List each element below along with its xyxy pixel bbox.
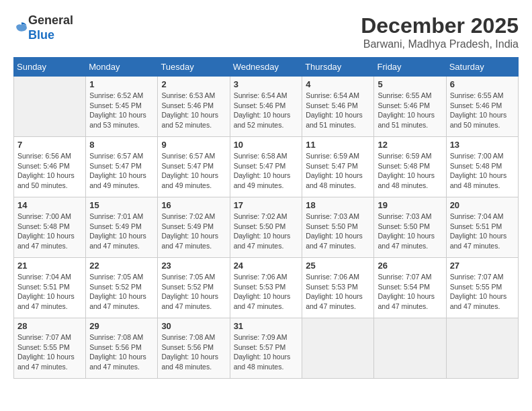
day-number: 14: [17, 200, 82, 210]
calendar-cell: 2Sunrise: 6:53 AMSunset: 5:46 PMDaylight…: [158, 77, 230, 137]
calendar-cell: 30Sunrise: 7:08 AMSunset: 5:56 PMDayligh…: [158, 318, 230, 379]
page-header: General Blue December 2025 Barwani, Madh…: [13, 13, 519, 50]
day-detail: Sunrise: 6:55 AMSunset: 5:46 PMDaylight:…: [450, 91, 515, 130]
day-detail: Sunrise: 7:07 AMSunset: 5:55 PMDaylight:…: [450, 272, 515, 312]
day-number: 23: [161, 261, 226, 271]
day-number: 19: [378, 200, 442, 210]
calendar-week-row: 14Sunrise: 7:00 AMSunset: 5:48 PMDayligh…: [14, 197, 519, 258]
calendar-cell: 10Sunrise: 6:58 AMSunset: 5:47 PMDayligh…: [230, 137, 302, 197]
day-detail: Sunrise: 7:01 AMSunset: 5:49 PMDaylight:…: [89, 212, 154, 251]
calendar-cell: 27Sunrise: 7:07 AMSunset: 5:55 PMDayligh…: [446, 258, 518, 318]
weekday-header: Monday: [86, 58, 158, 77]
day-detail: Sunrise: 7:07 AMSunset: 5:55 PMDaylight:…: [17, 332, 82, 372]
day-detail: Sunrise: 7:07 AMSunset: 5:54 PMDaylight:…: [378, 272, 442, 312]
weekday-header: Tuesday: [158, 58, 230, 77]
day-number: 30: [161, 321, 226, 331]
day-number: 31: [234, 321, 299, 331]
calendar-cell: 22Sunrise: 7:05 AMSunset: 5:52 PMDayligh…: [86, 258, 158, 318]
day-detail: Sunrise: 7:04 AMSunset: 5:51 PMDaylight:…: [450, 212, 515, 251]
day-detail: Sunrise: 6:57 AMSunset: 5:47 PMDaylight:…: [89, 151, 154, 191]
weekday-header: Saturday: [446, 58, 518, 77]
day-number: 25: [306, 261, 370, 271]
calendar-cell: [302, 318, 374, 379]
calendar-cell: 15Sunrise: 7:01 AMSunset: 5:49 PMDayligh…: [86, 197, 158, 258]
day-detail: Sunrise: 6:53 AMSunset: 5:46 PMDaylight:…: [161, 91, 226, 130]
calendar-cell: 23Sunrise: 7:05 AMSunset: 5:52 PMDayligh…: [158, 258, 230, 318]
calendar-cell: 3Sunrise: 6:54 AMSunset: 5:46 PMDaylight…: [230, 77, 302, 137]
day-detail: Sunrise: 6:59 AMSunset: 5:47 PMDaylight:…: [306, 151, 370, 191]
calendar-cell: 4Sunrise: 6:54 AMSunset: 5:46 PMDaylight…: [302, 77, 374, 137]
calendar-cell: 8Sunrise: 6:57 AMSunset: 5:47 PMDaylight…: [86, 137, 158, 197]
logo-text: General Blue: [28, 13, 73, 42]
weekday-header: Friday: [374, 58, 446, 77]
day-number: 5: [378, 79, 442, 89]
calendar-table: SundayMondayTuesdayWednesdayThursdayFrid…: [13, 57, 519, 379]
day-number: 10: [234, 140, 299, 150]
day-detail: Sunrise: 7:08 AMSunset: 5:56 PMDaylight:…: [161, 332, 226, 372]
calendar-week-row: 21Sunrise: 7:04 AMSunset: 5:51 PMDayligh…: [14, 258, 519, 318]
calendar-cell: 19Sunrise: 7:03 AMSunset: 5:50 PMDayligh…: [374, 197, 446, 258]
day-detail: Sunrise: 6:57 AMSunset: 5:47 PMDaylight:…: [161, 151, 226, 191]
calendar-cell: 25Sunrise: 7:06 AMSunset: 5:53 PMDayligh…: [302, 258, 374, 318]
day-detail: Sunrise: 7:00 AMSunset: 5:48 PMDaylight:…: [17, 212, 82, 251]
day-detail: Sunrise: 7:02 AMSunset: 5:49 PMDaylight:…: [161, 212, 226, 251]
calendar-cell: 16Sunrise: 7:02 AMSunset: 5:49 PMDayligh…: [158, 197, 230, 258]
calendar-cell: [374, 318, 446, 379]
calendar-cell: 9Sunrise: 6:57 AMSunset: 5:47 PMDaylight…: [158, 137, 230, 197]
calendar-cell: 13Sunrise: 7:00 AMSunset: 5:48 PMDayligh…: [446, 137, 518, 197]
day-number: 1: [89, 79, 154, 89]
weekday-header: Sunday: [14, 58, 86, 77]
day-detail: Sunrise: 6:59 AMSunset: 5:48 PMDaylight:…: [378, 151, 442, 191]
day-number: 4: [306, 79, 370, 89]
day-detail: Sunrise: 7:04 AMSunset: 5:51 PMDaylight:…: [17, 272, 82, 312]
day-detail: Sunrise: 6:55 AMSunset: 5:46 PMDaylight:…: [378, 91, 442, 130]
day-number: 20: [450, 200, 515, 210]
day-detail: Sunrise: 7:05 AMSunset: 5:52 PMDaylight:…: [161, 272, 226, 312]
day-number: 11: [306, 140, 370, 150]
day-number: 7: [17, 140, 82, 150]
day-number: 12: [378, 140, 442, 150]
calendar-cell: 11Sunrise: 6:59 AMSunset: 5:47 PMDayligh…: [302, 137, 374, 197]
day-detail: Sunrise: 7:09 AMSunset: 5:57 PMDaylight:…: [234, 332, 299, 372]
logo: General Blue: [13, 13, 73, 42]
day-number: 24: [234, 261, 299, 271]
day-number: 29: [89, 321, 154, 331]
calendar-cell: 5Sunrise: 6:55 AMSunset: 5:46 PMDaylight…: [374, 77, 446, 137]
logo-blue: Blue: [28, 28, 54, 42]
day-number: 15: [89, 200, 154, 210]
day-detail: Sunrise: 7:06 AMSunset: 5:53 PMDaylight:…: [234, 272, 299, 312]
month-title: December 2025: [361, 13, 519, 38]
calendar-cell: 20Sunrise: 7:04 AMSunset: 5:51 PMDayligh…: [446, 197, 518, 258]
calendar-cell: 31Sunrise: 7:09 AMSunset: 5:57 PMDayligh…: [230, 318, 302, 379]
day-number: 8: [89, 140, 154, 150]
logo-general: General: [28, 13, 73, 27]
calendar-cell: 14Sunrise: 7:00 AMSunset: 5:48 PMDayligh…: [14, 197, 86, 258]
day-number: 22: [89, 261, 154, 271]
day-detail: Sunrise: 6:58 AMSunset: 5:47 PMDaylight:…: [234, 151, 299, 191]
day-number: 17: [234, 200, 299, 210]
day-number: 16: [161, 200, 226, 210]
day-number: 27: [450, 261, 515, 271]
day-number: 21: [17, 261, 82, 271]
day-detail: Sunrise: 6:54 AMSunset: 5:46 PMDaylight:…: [234, 91, 299, 130]
calendar-cell: 26Sunrise: 7:07 AMSunset: 5:54 PMDayligh…: [374, 258, 446, 318]
calendar-cell: 24Sunrise: 7:06 AMSunset: 5:53 PMDayligh…: [230, 258, 302, 318]
calendar-cell: 28Sunrise: 7:07 AMSunset: 5:55 PMDayligh…: [14, 318, 86, 379]
day-number: 28: [17, 321, 82, 331]
day-number: 2: [161, 79, 226, 89]
logo-icon: [15, 20, 28, 34]
day-detail: Sunrise: 7:03 AMSunset: 5:50 PMDaylight:…: [306, 212, 370, 251]
day-detail: Sunrise: 7:06 AMSunset: 5:53 PMDaylight:…: [306, 272, 370, 312]
header-row: SundayMondayTuesdayWednesdayThursdayFrid…: [14, 58, 519, 77]
day-detail: Sunrise: 6:52 AMSunset: 5:45 PMDaylight:…: [89, 91, 154, 130]
calendar-cell: 7Sunrise: 6:56 AMSunset: 5:46 PMDaylight…: [14, 137, 86, 197]
calendar-cell: 21Sunrise: 7:04 AMSunset: 5:51 PMDayligh…: [14, 258, 86, 318]
day-detail: Sunrise: 7:08 AMSunset: 5:56 PMDaylight:…: [89, 332, 154, 372]
location-subtitle: Barwani, Madhya Pradesh, India: [361, 38, 519, 50]
calendar-cell: [14, 77, 86, 137]
weekday-header: Thursday: [302, 58, 374, 77]
calendar-week-row: 7Sunrise: 6:56 AMSunset: 5:46 PMDaylight…: [14, 137, 519, 197]
day-detail: Sunrise: 6:54 AMSunset: 5:46 PMDaylight:…: [306, 91, 370, 130]
day-number: 13: [450, 140, 515, 150]
day-detail: Sunrise: 7:02 AMSunset: 5:50 PMDaylight:…: [234, 212, 299, 251]
